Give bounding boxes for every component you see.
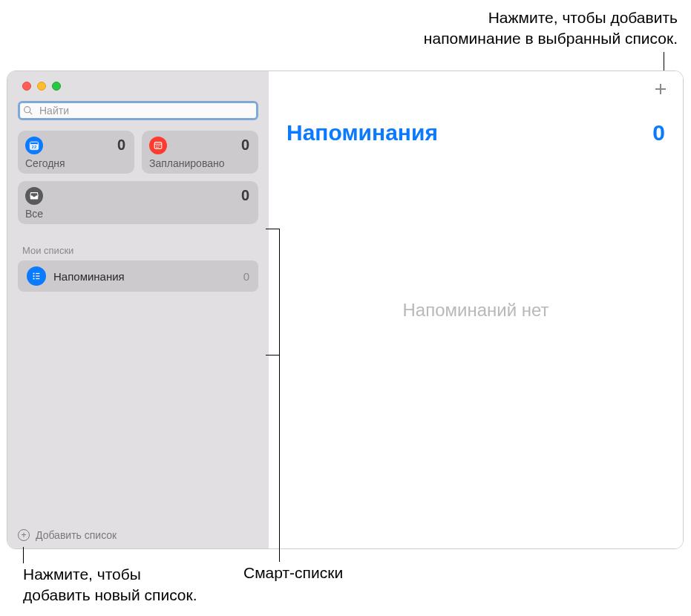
inbox-all-icon bbox=[25, 187, 43, 205]
empty-state-text: Напоминаний нет bbox=[402, 300, 548, 321]
callout-leader-line bbox=[279, 229, 280, 562]
svg-point-13 bbox=[33, 272, 34, 274]
svg-point-11 bbox=[156, 147, 157, 148]
callout-smart-lists: Смарт-списки bbox=[243, 564, 343, 582]
my-lists-header: Мои списки bbox=[18, 245, 258, 256]
list-title: Напоминания bbox=[286, 120, 438, 145]
svg-point-12 bbox=[157, 147, 158, 148]
smart-list-count: 0 bbox=[241, 137, 249, 154]
minimize-window-button[interactable] bbox=[37, 82, 46, 91]
callout-leader-line bbox=[266, 355, 279, 355]
search-icon bbox=[23, 105, 33, 117]
search-input[interactable] bbox=[18, 101, 258, 120]
svg-line-1 bbox=[30, 112, 32, 114]
smart-list-count: 0 bbox=[241, 187, 249, 204]
close-window-button[interactable] bbox=[22, 82, 31, 91]
list-item-count: 0 bbox=[243, 270, 249, 283]
calendar-today-icon: 22 bbox=[25, 137, 43, 154]
svg-point-8 bbox=[156, 145, 157, 146]
smart-list-all[interactable]: 0 Все bbox=[18, 181, 258, 224]
svg-point-9 bbox=[157, 145, 158, 146]
list-item-reminders[interactable]: Напоминания 0 bbox=[18, 261, 258, 292]
svg-point-10 bbox=[159, 145, 160, 146]
svg-point-15 bbox=[33, 275, 34, 277]
list-total-count: 0 bbox=[652, 120, 665, 145]
smart-list-label: Запланировано bbox=[149, 157, 249, 169]
svg-point-0 bbox=[24, 107, 30, 113]
fullscreen-window-button[interactable] bbox=[52, 82, 61, 91]
add-list-button[interactable]: + Добавить список bbox=[18, 529, 117, 541]
app-window: 22 0 Сегодня bbox=[7, 71, 684, 549]
smart-list-scheduled[interactable]: 0 Запланировано bbox=[142, 131, 258, 174]
window-controls bbox=[18, 79, 258, 91]
smart-lists-row: 0 Все bbox=[18, 181, 258, 224]
smart-lists-row: 22 0 Сегодня bbox=[18, 131, 258, 174]
smart-list-count: 0 bbox=[117, 137, 125, 154]
add-list-label: Добавить список bbox=[36, 529, 117, 541]
list-bullet-icon bbox=[27, 266, 46, 286]
calendar-scheduled-icon bbox=[149, 137, 167, 154]
svg-point-17 bbox=[33, 278, 34, 279]
svg-text:22: 22 bbox=[32, 144, 37, 149]
smart-list-today[interactable]: 22 0 Сегодня bbox=[18, 131, 134, 174]
callout-add-list: Нажмите, чтобы добавить новый список. bbox=[23, 564, 197, 606]
search-field-wrap bbox=[18, 101, 258, 120]
smart-list-label: Сегодня bbox=[25, 157, 125, 169]
callout-leader-line bbox=[266, 229, 279, 229]
plus-circle-icon: + bbox=[18, 529, 30, 541]
callout-text: Нажмите, чтобы добавить bbox=[424, 7, 678, 28]
smart-list-label: Все bbox=[25, 208, 249, 220]
sidebar: 22 0 Сегодня bbox=[7, 71, 269, 548]
main-panel: Напоминания 0 Напоминаний нет bbox=[269, 71, 683, 548]
add-reminder-button[interactable] bbox=[653, 82, 668, 99]
callout-text: Нажмите, чтобы bbox=[23, 564, 197, 585]
callout-leader-line bbox=[23, 547, 24, 563]
callout-text: добавить новый список. bbox=[23, 585, 197, 606]
callout-text: напоминание в выбранный список. bbox=[424, 28, 678, 49]
list-header: Напоминания 0 bbox=[286, 120, 665, 145]
list-item-label: Напоминания bbox=[53, 270, 236, 283]
callout-add-reminder: Нажмите, чтобы добавить напоминание в вы… bbox=[424, 7, 678, 50]
